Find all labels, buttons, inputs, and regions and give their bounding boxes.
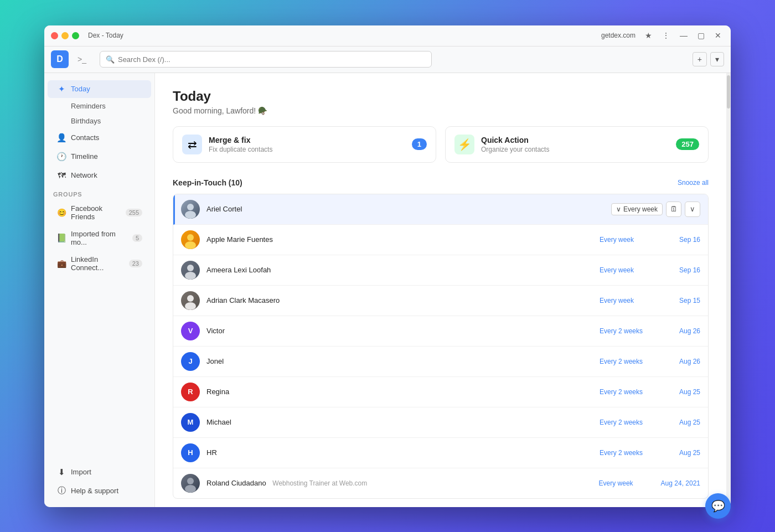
more-options-icon[interactable]: ⋮ bbox=[659, 30, 673, 41]
contact-name: Ariel Cortel bbox=[206, 205, 542, 213]
sidebar-item-today[interactable]: ✦ Today bbox=[48, 80, 151, 98]
logo-button[interactable]: D bbox=[51, 50, 69, 68]
import-label: Import bbox=[71, 468, 91, 476]
action-icons: ∨ Every week 🗓 ∨ bbox=[611, 202, 700, 217]
chat-bubble[interactable]: 💬 bbox=[705, 493, 731, 519]
avatar: R bbox=[181, 383, 200, 401]
contact-name: Apple Marie Fuentes bbox=[206, 235, 593, 244]
today-icon: ✦ bbox=[56, 84, 66, 94]
dropdown-button[interactable]: ▾ bbox=[710, 52, 724, 66]
contact-freq: Every 2 weeks bbox=[600, 358, 655, 365]
close-button[interactable] bbox=[51, 32, 58, 39]
imported-count: 5 bbox=[132, 234, 142, 242]
contact-row[interactable]: J Jonel Every 2 weeks Aug 26 bbox=[173, 347, 708, 377]
contact-name: HR bbox=[206, 448, 593, 457]
chevron-down-icon[interactable]: ∨ bbox=[685, 202, 700, 217]
contact-row[interactable]: Adrian Clark Macasero Every week Sep 15 bbox=[173, 286, 708, 316]
contact-freq: Every 2 weeks bbox=[600, 449, 655, 457]
sidebar-item-help[interactable]: ⓘ Help & support bbox=[48, 482, 151, 500]
window-restore-icon[interactable]: ▢ bbox=[695, 30, 707, 41]
contact-date: Sep 16 bbox=[662, 236, 700, 244]
svg-point-7 bbox=[185, 302, 196, 310]
sidebar-item-network[interactable]: 🗺 Network bbox=[48, 167, 151, 184]
add-button[interactable]: + bbox=[693, 52, 707, 66]
svg-point-8 bbox=[187, 478, 194, 484]
svg-point-4 bbox=[187, 265, 194, 271]
maximize-button[interactable] bbox=[72, 32, 79, 39]
contact-row[interactable]: M Michael Every 2 weeks Aug 25 bbox=[173, 407, 708, 438]
contact-date: Sep 15 bbox=[662, 297, 700, 304]
quick-action-subtitle: Organize your contacts bbox=[481, 146, 669, 153]
minimize-button[interactable] bbox=[61, 32, 69, 39]
sidebar-group-facebook[interactable]: 😊 Facebook Friends 255 bbox=[48, 200, 151, 225]
calendar-icon[interactable]: 🗓 bbox=[666, 202, 681, 217]
contact-row[interactable]: Apple Marie Fuentes Every week Sep 16 bbox=[173, 225, 708, 255]
main-layout: ✦ Today Reminders Birthdays 👤 Contacts 🕐… bbox=[44, 73, 731, 507]
avatar bbox=[181, 200, 200, 219]
terminal-button[interactable]: >_ bbox=[73, 53, 91, 66]
sidebar-item-timeline[interactable]: 🕐 Timeline bbox=[48, 148, 151, 166]
avatar: H bbox=[181, 443, 200, 462]
contact-row[interactable]: Ameera Lexi Loofah Every week Sep 16 bbox=[173, 255, 708, 286]
svg-point-3 bbox=[185, 241, 196, 249]
contact-name: Ameera Lexi Loofah bbox=[206, 266, 593, 274]
linkedin-count: 23 bbox=[129, 260, 142, 267]
help-label: Help & support bbox=[71, 487, 118, 495]
facebook-count: 255 bbox=[126, 209, 142, 216]
toolbar-right: + ▾ bbox=[693, 52, 724, 66]
contact-date: Aug 26 bbox=[662, 358, 700, 365]
window-minimize-icon[interactable]: — bbox=[677, 30, 690, 41]
svg-point-1 bbox=[185, 211, 196, 219]
scrollbar-track[interactable] bbox=[726, 73, 731, 507]
page-subtitle: Good morning, Lawford! 🪖 bbox=[173, 106, 709, 115]
contact-freq: Every week bbox=[600, 236, 655, 244]
window-close-icon[interactable]: ✕ bbox=[712, 30, 724, 41]
svg-point-2 bbox=[187, 234, 194, 241]
contact-date: Sep 16 bbox=[662, 266, 700, 274]
svg-point-6 bbox=[187, 295, 194, 302]
birthdays-label: Birthdays bbox=[71, 117, 101, 125]
window-url: getdex.com bbox=[601, 32, 636, 39]
contact-name: Regina bbox=[206, 388, 593, 396]
imported-icon: 📗 bbox=[56, 233, 66, 243]
contact-row[interactable]: H HR Every 2 weeks Aug 25 bbox=[173, 438, 708, 468]
quick-action-card[interactable]: ⚡ Quick Action Organize your contacts 25… bbox=[445, 126, 709, 163]
search-bar: 🔍 bbox=[100, 51, 432, 68]
contact-row[interactable]: Roland Ciudadano Webhosting Trainer at W… bbox=[173, 468, 708, 498]
scrollbar-thumb[interactable] bbox=[727, 75, 730, 109]
svg-point-0 bbox=[187, 204, 194, 210]
sidebar-bottom: ⬇ Import ⓘ Help & support bbox=[44, 463, 154, 500]
reminders-label: Reminders bbox=[71, 102, 106, 110]
freq-dropdown[interactable]: ∨ Every week bbox=[611, 203, 663, 215]
content-area: Today Good morning, Lawford! 🪖 ⇄ Merge &… bbox=[155, 73, 726, 507]
bookmark-icon[interactable]: ★ bbox=[642, 30, 655, 41]
sidebar-item-contacts[interactable]: 👤 Contacts bbox=[48, 129, 151, 147]
contact-freq: Every 2 weeks bbox=[600, 388, 655, 396]
contact-freq: Every week bbox=[599, 479, 654, 487]
merge-fix-card[interactable]: ⇄ Merge & fix Fix duplicate contacts 1 bbox=[173, 126, 436, 163]
facebook-icon: 😊 bbox=[56, 208, 66, 217]
contact-row[interactable]: V Victor Every 2 weeks Aug 26 bbox=[173, 316, 708, 347]
sidebar-item-import[interactable]: ⬇ Import bbox=[48, 463, 151, 481]
search-input[interactable] bbox=[118, 55, 426, 64]
contact-date: Aug 26 bbox=[662, 327, 700, 335]
contact-row[interactable]: R Regina Every 2 weeks Aug 25 bbox=[173, 377, 708, 407]
contact-freq: Every week bbox=[600, 297, 655, 304]
sidebar-item-reminders[interactable]: Reminders bbox=[48, 99, 151, 113]
svg-point-9 bbox=[185, 485, 196, 493]
sidebar-item-birthdays[interactable]: Birthdays bbox=[48, 114, 151, 128]
freq-label: Every week bbox=[623, 205, 658, 213]
contact-freq: Every week bbox=[600, 266, 655, 274]
contact-row[interactable]: Ariel Cortel ∨ Every week 🗓 ∨ bbox=[173, 194, 708, 225]
facebook-label: Facebook Friends bbox=[71, 204, 121, 221]
timeline-label: Timeline bbox=[71, 152, 98, 161]
sidebar-group-linkedin[interactable]: 💼 LinkedIn Connect... 23 bbox=[48, 251, 151, 276]
sidebar: ✦ Today Reminders Birthdays 👤 Contacts 🕐… bbox=[44, 73, 155, 507]
sidebar-group-imported[interactable]: 📗 Imported from mo... 5 bbox=[48, 226, 151, 250]
network-icon: 🗺 bbox=[56, 171, 66, 180]
merge-content: Merge & fix Fix duplicate contacts bbox=[209, 136, 405, 153]
quick-action-content: Quick Action Organize your contacts bbox=[481, 136, 669, 153]
contact-date: Aug 25 bbox=[662, 388, 700, 396]
kit-title: Keep-in-Touch (10) bbox=[173, 178, 242, 187]
snooze-all-button[interactable]: Snooze all bbox=[678, 179, 709, 187]
